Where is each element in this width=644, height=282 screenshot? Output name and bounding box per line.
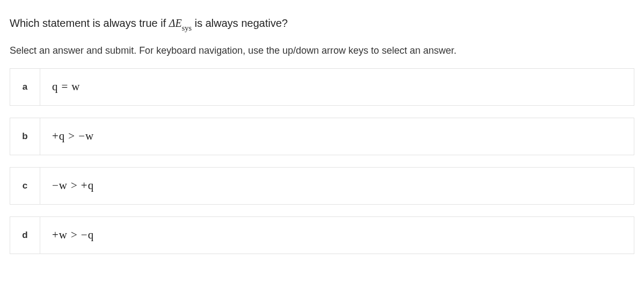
option-a[interactable]: a q = w [10, 68, 634, 106]
option-c[interactable]: c −w > +q [10, 167, 634, 205]
option-d[interactable]: d +w > −q [10, 216, 634, 254]
option-body: −w > +q [40, 168, 634, 204]
option-letter: b [10, 118, 40, 155]
option-letter: a [10, 69, 40, 105]
option-body: q = w [40, 69, 634, 105]
question-suffix: is always negative? [192, 17, 288, 29]
option-letter: d [10, 217, 40, 254]
option-letter: c [10, 168, 40, 204]
question-text: Which statement is always true if ΔEsys … [10, 15, 634, 33]
option-body: +q > −w [40, 118, 634, 155]
option-body: +w > −q [40, 217, 634, 254]
instructions-text: Select an answer and submit. For keyboar… [10, 45, 634, 56]
option-b[interactable]: b +q > −w [10, 118, 634, 155]
question-prefix: Which statement is always true if [10, 17, 169, 29]
options-list: a q = w b +q > −w c −w > +q d +w > −q [10, 68, 634, 254]
question-symbol: ΔEsys [169, 17, 192, 29]
